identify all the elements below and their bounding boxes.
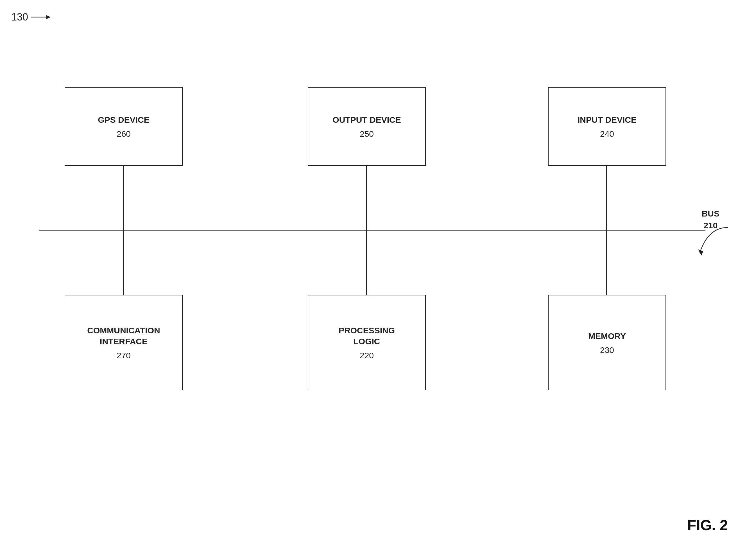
processing-logic-box: PROCESSING LOGIC 220 (308, 295, 426, 390)
input-device-title: INPUT DEVICE (578, 114, 636, 125)
processing-connector (366, 231, 367, 295)
reference-arrow (31, 14, 51, 20)
processing-logic-title: PROCESSING LOGIC (339, 325, 395, 347)
reference-label: 130 (11, 11, 51, 23)
svg-marker-1 (46, 15, 51, 19)
gps-device-title: GPS DEVICE (98, 114, 149, 125)
input-device-box: INPUT DEVICE 240 (548, 87, 666, 166)
gps-connector (123, 166, 124, 230)
bus-text: BUS (702, 209, 720, 218)
output-device-title: OUTPUT DEVICE (332, 114, 401, 125)
comm-interface-title: COMMUNICATION INTERFACE (87, 325, 160, 347)
output-connector (366, 166, 367, 230)
gps-device-box: GPS DEVICE 260 (65, 87, 183, 166)
memory-connector (606, 231, 607, 295)
input-connector (606, 166, 607, 230)
output-device-number: 250 (360, 129, 374, 139)
bus-arrow-svg (691, 224, 736, 258)
reference-number: 130 (11, 11, 28, 23)
gps-device-number: 260 (117, 129, 131, 139)
processing-logic-number: 220 (360, 351, 374, 360)
comm-connector (123, 231, 124, 295)
figure-label: FIG. 2 (687, 517, 728, 533)
memory-box: MEMORY 230 (548, 295, 666, 390)
comm-interface-number: 270 (117, 351, 131, 360)
memory-number: 230 (600, 345, 614, 355)
output-device-box: OUTPUT DEVICE 250 (308, 87, 426, 166)
fig-label-text: FIG. 2 (687, 517, 728, 533)
bus-line (39, 230, 705, 231)
comm-interface-box: COMMUNICATION INTERFACE 270 (65, 295, 183, 390)
memory-title: MEMORY (588, 331, 626, 342)
input-device-number: 240 (600, 129, 614, 139)
